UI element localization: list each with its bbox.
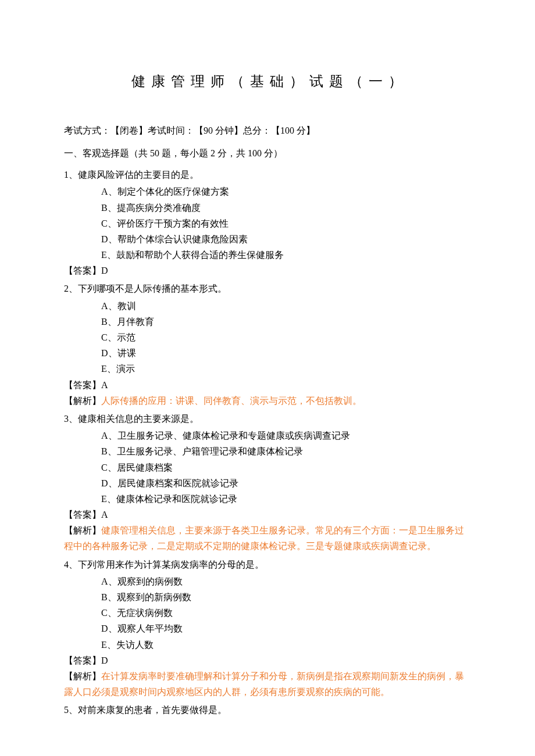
analysis-label: 【解析】: [64, 671, 101, 681]
document-title: 健 康 管 理 师 （ 基 础 ） 试 题 （ 一 ）: [64, 70, 471, 94]
question-option: C、居民健康档案: [64, 460, 471, 475]
analysis-text: 健康管理相关信息，主要来源于各类卫生服务记录。常见的有三个方面：一是卫生服务过程…: [64, 525, 464, 551]
question-option: A、教训: [64, 298, 471, 314]
question-2: 2、下列哪项不是人际传播的基本形式。 A、教训 B、月伴教育 C、示范 D、讲课…: [64, 281, 471, 409]
question-option: B、提高疾病分类准确度: [64, 200, 471, 216]
question-analysis: 【解析】人际传播的应用：讲课、同伴教育、演示与示范，不包括教训。: [64, 393, 471, 409]
question-option: A、卫生服务记录、健康体检记录和专题健康或疾病调查记录: [64, 428, 471, 443]
question-option: D、观察人年平均数: [64, 621, 471, 636]
question-option: B、月伴教育: [64, 314, 471, 329]
question-analysis: 【解析】在计算发病率时要准确理解和计算分子和分母，新病例是指在观察期间新发生的病…: [64, 668, 471, 700]
question-option: A、观察到的病例数: [64, 574, 471, 589]
question-option: B、卫生服务记录、户籍管理记录和健康体检记录: [64, 443, 471, 459]
question-option: E、失访人数: [64, 637, 471, 653]
question-answer: 【答案】D: [64, 653, 471, 668]
exam-meta: 考试方式：【闭卷】考试时间：【90 分钟】总分：【100 分】: [64, 123, 471, 138]
analysis-label: 【解析】: [64, 525, 101, 535]
question-1: 1、健康风险评估的主要目的是。 A、制定个体化的医疗保健方案 B、提高疾病分类准…: [64, 167, 471, 278]
question-answer: 【答案】A: [64, 377, 471, 393]
question-5: 5、对前来康复的患者，首先要做得是。: [64, 702, 471, 718]
question-4: 4、下列常用来作为计算某病发病率的分母的是。 A、观察到的病例数 B、观察到的新…: [64, 557, 471, 700]
question-answer: 【答案】A: [64, 507, 471, 522]
question-analysis: 【解析】健康管理相关信息，主要来源于各类卫生服务记录。常见的有三个方面：一是卫生…: [64, 522, 471, 554]
question-stem: 2、下列哪项不是人际传播的基本形式。: [64, 281, 471, 296]
question-option: C、评价医疗干预方案的有效性: [64, 216, 471, 231]
question-option: D、居民健康档案和医院就诊记录: [64, 475, 471, 491]
question-option: D、讲课: [64, 345, 471, 361]
analysis-text: 在计算发病率时要准确理解和计算分子和分母，新病例是指在观察期间新发生的病例，暴露…: [64, 671, 464, 697]
question-option: C、示范: [64, 329, 471, 345]
question-stem: 1、健康风险评估的主要目的是。: [64, 167, 471, 182]
section-header: 一、客观选择题（共 50 题，每小题 2 分，共 100 分）: [64, 145, 471, 161]
analysis-text: 人际传播的应用：讲课、同伴教育、演示与示范，不包括教训。: [101, 396, 362, 406]
question-answer: 【答案】D: [64, 263, 471, 278]
question-option: E、鼓励和帮助个人获得合适的养生保健服务: [64, 247, 471, 263]
question-option: C、无症状病例数: [64, 605, 471, 621]
question-option: A、制定个体化的医疗保健方案: [64, 184, 471, 199]
question-option: E、演示: [64, 361, 471, 377]
question-3: 3、健康相关信息的主要来源是。 A、卫生服务记录、健康体检记录和专题健康或疾病调…: [64, 411, 471, 554]
question-option: B、观察到的新病例数: [64, 589, 471, 605]
question-stem: 3、健康相关信息的主要来源是。: [64, 411, 471, 427]
question-stem: 5、对前来康复的患者，首先要做得是。: [64, 702, 471, 718]
question-stem: 4、下列常用来作为计算某病发病率的分母的是。: [64, 557, 471, 572]
analysis-label: 【解析】: [64, 396, 101, 406]
question-option: E、健康体检记录和医院就诊记录: [64, 491, 471, 507]
question-option: D、帮助个体综合认识健康危险因素: [64, 231, 471, 247]
